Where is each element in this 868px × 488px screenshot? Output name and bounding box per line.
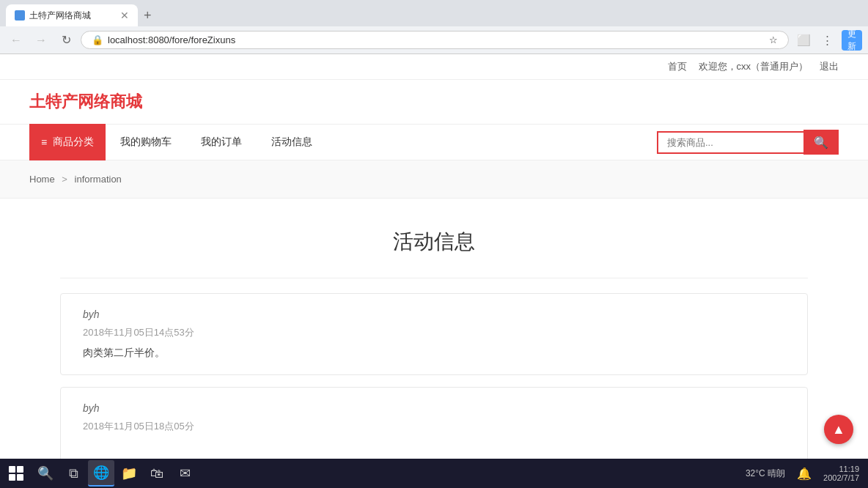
logo: 土特产网络商城 [29,91,142,113]
categories-menu[interactable]: ≡ 商品分类 [29,124,106,160]
clock-display: 11:19 2002/7/17 [823,465,859,482]
info-card-1: byh 2018年11月05日14点53分 肉类第二斤半价。 [60,293,808,375]
tab-favicon [15,10,25,21]
menu-button[interactable]: ⋮ [817,30,837,51]
page-title-section: 活动信息 [60,213,808,278]
date-display: 2002/7/17 [823,473,859,482]
back-button[interactable]: ← [6,30,26,51]
orders-nav-link[interactable]: 我的订单 [186,125,257,159]
menu-icon: ≡ [41,136,47,148]
explorer-taskbar-icon[interactable]: 📁 [116,460,142,487]
browser-taskbar-icon[interactable]: 🌐 [88,460,114,487]
url-text[interactable]: localhost:8080/fore/foreZixuns [108,34,765,45]
search-taskbar-icon[interactable]: 🔍 [32,460,59,487]
categories-label: 商品分类 [53,136,94,149]
task-view-icon[interactable]: ⧉ [60,460,87,487]
home-link[interactable]: 首页 [668,60,687,73]
refresh-button[interactable]: ↻ [56,30,76,51]
mail-taskbar-icon[interactable]: ✉ [172,460,198,487]
welcome-text: 欢迎您，cxx（普通用户） [699,60,809,73]
notification-icon[interactable]: 🔔 [791,460,817,487]
scroll-to-top-button[interactable]: ▲ [824,415,853,444]
breadcrumb-separator: > [62,174,67,185]
address-bar: 🔒 localhost:8080/fore/foreZixuns ☆ [81,31,789,49]
extensions-button[interactable]: ⬜ [793,30,814,51]
logo-area: 土特产网络商城 [0,80,868,124]
tab-title: 土特产网络商城 [29,10,91,22]
start-button[interactable] [3,460,29,487]
browser-tab[interactable]: 土特产网络商城 ✕ [6,4,138,26]
nav-links: 我的购物车 我的订单 活动信息 [106,125,657,159]
lock-icon: 🔒 [92,34,103,45]
search-button[interactable]: 🔍 [803,130,839,155]
bookmark-icon[interactable]: ☆ [769,34,778,45]
time-display: 11:19 [839,465,859,473]
info-card-2: byh 2018年11月05日18点05分 [60,387,808,470]
activity-nav-link[interactable]: 活动信息 [257,125,327,159]
taskbar-right: 32°C 晴朗 🔔 11:19 2002/7/17 [746,460,865,487]
search-input[interactable] [657,131,803,154]
main-nav: ≡ 商品分类 我的购物车 我的订单 活动信息 🔍 [0,124,868,160]
store-taskbar-icon[interactable]: 🛍 [144,460,170,487]
card-1-date: 2018年11月05日14点53分 [83,326,785,339]
page-title: 活动信息 [60,228,808,256]
logout-link[interactable]: 退出 [820,60,839,73]
card-2-date: 2018年11月05日18点05分 [83,420,785,433]
taskbar: 🔍 ⧉ 🌐 📁 🛍 ✉ 32°C 晴朗 🔔 11:19 2002/7/17 [0,459,868,488]
breadcrumb: Home > information [0,160,868,199]
new-tab-button[interactable]: + [138,8,158,23]
content-area: 活动信息 byh 2018年11月05日14点53分 肉类第二斤半价。 byh … [31,199,837,488]
weather-display: 32°C 晴朗 [746,467,785,480]
card-1-content: 肉类第二斤半价。 [83,347,785,360]
breadcrumb-home[interactable]: Home [29,174,55,185]
card-2-author: byh [83,402,785,414]
top-bar: 首页 欢迎您，cxx（普通用户） 退出 [0,54,868,80]
tab-close-btn[interactable]: ✕ [120,10,129,21]
taskbar-pinned-icons: 🔍 ⧉ 🌐 📁 🛍 ✉ [32,460,198,487]
forward-button[interactable]: → [31,30,51,51]
breadcrumb-current: information [75,174,122,185]
cart-nav-link[interactable]: 我的购物车 [106,125,186,159]
search-area: 🔍 [657,130,839,155]
more-options-button[interactable]: 更新 [842,30,862,51]
card-1-author: byh [83,308,785,320]
